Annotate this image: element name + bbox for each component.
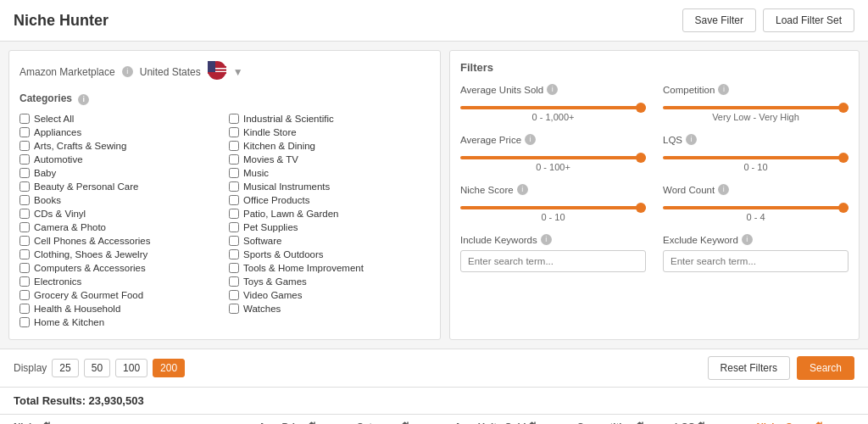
- category-checkbox[interactable]: [229, 127, 239, 137]
- list-item: Appliances: [19, 126, 220, 139]
- list-item: Software: [229, 234, 430, 248]
- save-filter-button[interactable]: Save Filter: [682, 8, 756, 32]
- marketplace-row: Amazon Marketplace i United States ▼: [19, 61, 430, 82]
- category-checkbox[interactable]: [19, 236, 30, 246]
- category-checkbox[interactable]: [229, 236, 239, 246]
- competition-slider[interactable]: [663, 106, 849, 109]
- top-bar: Niche Hunter Save Filter Load Filter Set: [0, 0, 868, 42]
- list-item: Home & Kitchen: [19, 315, 220, 329]
- category-checkbox[interactable]: [19, 127, 30, 137]
- table-col-header[interactable]: Avg. Price ⇅: [259, 421, 357, 424]
- svg-rect-5: [208, 72, 226, 74]
- avg-price-info-icon[interactable]: i: [525, 134, 536, 145]
- niche-score-info-icon[interactable]: i: [517, 184, 528, 195]
- display-100[interactable]: 100: [115, 359, 147, 377]
- list-item: Clothing, Shoes & Jewelry: [19, 248, 220, 261]
- category-checkbox[interactable]: [229, 195, 239, 205]
- list-item: Camera & Photo: [19, 220, 220, 234]
- list-item: Cell Phones & Accessories: [19, 234, 220, 248]
- display-50[interactable]: 50: [84, 359, 110, 377]
- load-filter-set-button[interactable]: Load Filter Set: [763, 8, 854, 32]
- category-checkbox[interactable]: [229, 249, 239, 259]
- avg-units-info-icon[interactable]: i: [547, 84, 558, 95]
- table-col-header[interactable]: LQS ⇅: [675, 421, 756, 424]
- display-200[interactable]: 200: [153, 359, 185, 377]
- lqs-range-label: 0 - 10: [663, 162, 849, 172]
- flag-dropdown-icon[interactable]: ▼: [233, 66, 243, 78]
- search-button[interactable]: Search: [797, 356, 854, 380]
- category-checkbox[interactable]: [19, 168, 30, 178]
- category-checkbox[interactable]: [19, 141, 30, 151]
- category-checkbox[interactable]: [229, 209, 239, 219]
- avg-units-sold-label: Average Units Sold: [460, 85, 543, 95]
- competition-info-icon[interactable]: i: [718, 84, 729, 95]
- bottom-actions: Reset Filters Search: [708, 356, 854, 380]
- reset-filters-button[interactable]: Reset Filters: [708, 356, 790, 380]
- avg-price-slider[interactable]: [460, 156, 646, 159]
- marketplace-country: United States: [140, 66, 201, 78]
- categories-info-icon[interactable]: i: [78, 94, 89, 105]
- category-checkbox[interactable]: [19, 304, 30, 314]
- display-25[interactable]: 25: [52, 359, 78, 377]
- competition-range-label: Very Low - Very High: [663, 112, 849, 122]
- category-checkbox[interactable]: [19, 209, 30, 219]
- display-label: Display: [14, 362, 47, 374]
- category-checkbox[interactable]: [229, 181, 239, 192]
- category-checkbox[interactable]: [229, 222, 239, 232]
- category-checkbox[interactable]: [229, 141, 239, 151]
- word-count-slider[interactable]: [663, 206, 849, 209]
- category-checkbox[interactable]: [19, 195, 30, 205]
- table-col-header[interactable]: Avg. Units Sold ⇅: [454, 421, 576, 424]
- list-item: Automotive: [19, 153, 220, 166]
- list-item: Sports & Outdoors: [229, 248, 430, 261]
- category-checkbox[interactable]: [19, 276, 30, 287]
- category-checkbox[interactable]: [229, 304, 239, 314]
- marketplace-info-icon[interactable]: i: [122, 66, 133, 77]
- filters-grid: Average Units Sold i 0 - 1,000+ Competit…: [460, 84, 849, 222]
- main-content: Amazon Marketplace i United States ▼ Cat…: [0, 42, 868, 349]
- include-keywords-input[interactable]: [460, 250, 646, 272]
- category-checkbox[interactable]: [19, 249, 30, 259]
- list-item: Computers & Accessories: [19, 261, 220, 275]
- include-keywords-info-icon[interactable]: i: [541, 234, 552, 245]
- category-checkbox[interactable]: [19, 154, 30, 165]
- category-checkbox[interactable]: [19, 290, 30, 300]
- avg-price-label: Average Price: [460, 135, 521, 145]
- category-checkbox[interactable]: [19, 263, 30, 273]
- list-item: Movies & TV: [229, 153, 430, 166]
- bottom-bar: Display 25 50 100 200 Reset Filters Sear…: [0, 349, 868, 387]
- lqs-info-icon[interactable]: i: [686, 134, 697, 145]
- lqs-slider[interactable]: [663, 156, 849, 159]
- category-checkbox[interactable]: [229, 276, 239, 287]
- avg-units-slider[interactable]: [460, 106, 646, 109]
- category-checkbox[interactable]: [229, 114, 239, 124]
- list-item: Grocery & Gourmet Food: [19, 288, 220, 302]
- category-checkbox[interactable]: [19, 181, 30, 192]
- list-item: Toys & Games: [229, 275, 430, 288]
- category-checkbox[interactable]: [229, 290, 239, 300]
- category-checkbox[interactable]: [19, 114, 30, 124]
- category-checkbox[interactable]: [19, 222, 30, 232]
- table-col-header[interactable]: Competition ⇅: [577, 421, 676, 424]
- category-checkbox[interactable]: [19, 317, 30, 327]
- list-item: Tools & Home Improvement: [229, 261, 430, 275]
- list-item: Video Games: [229, 288, 430, 302]
- category-checkbox[interactable]: [229, 168, 239, 178]
- category-checkbox[interactable]: [229, 263, 239, 273]
- category-checkbox[interactable]: [229, 154, 239, 165]
- table-col-header[interactable]: Niche Score ⇅: [756, 421, 854, 424]
- flag-icon: [208, 61, 226, 82]
- niche-score-slider[interactable]: [460, 206, 646, 209]
- filters-title: Filters: [460, 61, 849, 74]
- avg-units-range-label: 0 - 1,000+: [460, 112, 646, 122]
- word-count-info-icon[interactable]: i: [718, 184, 729, 195]
- table-col-header[interactable]: Niche ⇅: [14, 421, 259, 424]
- app-title: Niche Hunter: [14, 12, 108, 30]
- exclude-keyword-input[interactable]: [663, 250, 849, 272]
- table-col-header[interactable]: Category ⇅: [357, 421, 455, 424]
- list-item: Office Products: [229, 193, 430, 207]
- keywords-grid: Include Keywords i Exclude Keyword i: [460, 234, 849, 272]
- list-item: Watches: [229, 302, 430, 315]
- list-item: CDs & Vinyl: [19, 207, 220, 220]
- exclude-keyword-info-icon[interactable]: i: [742, 234, 753, 245]
